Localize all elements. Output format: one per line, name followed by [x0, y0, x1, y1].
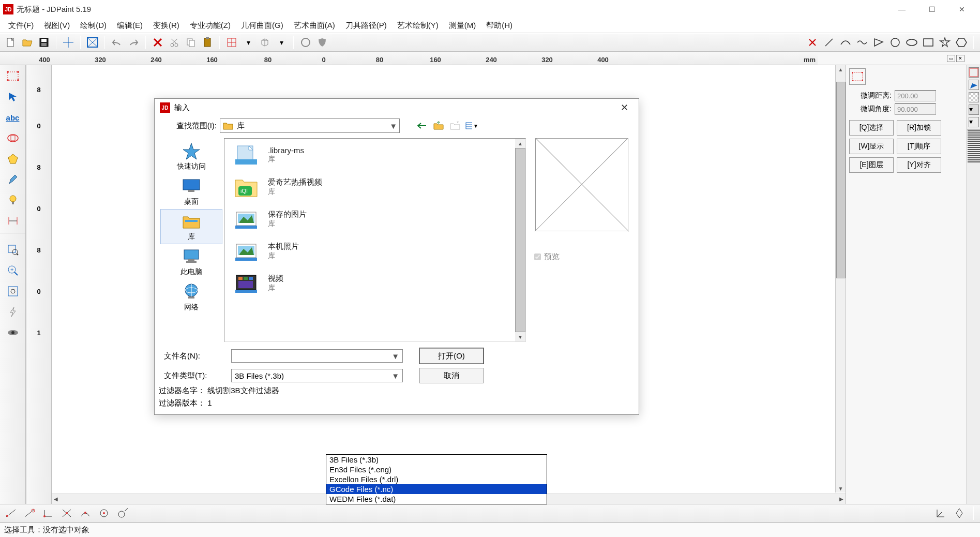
palette-icon-4[interactable]: ▾	[969, 105, 979, 115]
scroll-down-icon[interactable]: ▼	[836, 484, 846, 493]
triangle-icon[interactable]	[871, 35, 886, 50]
filelist-scrollbar[interactable]: ▲ ▼	[515, 139, 525, 341]
menu-help[interactable]: 帮助(H)	[482, 19, 517, 32]
close-button[interactable]: ✕	[947, 0, 977, 19]
btn-show[interactable]: [W]显示	[849, 139, 894, 154]
new-folder-icon[interactable]: *	[448, 120, 462, 132]
color-swatch[interactable]	[968, 137, 980, 138]
color-swatch[interactable]	[968, 157, 980, 158]
color-swatch[interactable]	[968, 149, 980, 150]
pentagon-tool-icon[interactable]	[4, 150, 22, 168]
line-icon[interactable]	[821, 35, 837, 50]
dropdown-icon[interactable]: ▾	[240, 35, 256, 50]
color-swatch[interactable]	[968, 147, 980, 148]
color-swatch[interactable]	[968, 153, 980, 154]
menu-surface[interactable]: 几何曲面(G)	[237, 19, 288, 32]
filetype-option[interactable]: En3d Files (*.eng)	[326, 465, 547, 474]
shield-icon[interactable]	[314, 35, 330, 50]
zoom-region-icon[interactable]	[4, 241, 22, 259]
menu-measure[interactable]: 测量(M)	[445, 19, 480, 32]
menu-toolpath[interactable]: 刀具路径(P)	[341, 19, 391, 32]
menu-artdraw[interactable]: 艺术绘制(Y)	[393, 19, 443, 32]
snap-arc-icon[interactable]	[78, 505, 93, 521]
dialog-close-button[interactable]: ✕	[615, 102, 634, 113]
scroll-left-icon[interactable]: ◀	[52, 495, 60, 504]
color-swatch[interactable]	[968, 159, 980, 160]
up-folder-icon[interactable]	[432, 120, 445, 132]
place-quick-access[interactable]: 快速访问	[160, 139, 222, 174]
panel-float-icon[interactable]: ▭	[947, 55, 955, 62]
color-swatch[interactable]	[968, 155, 980, 156]
file-item[interactable]: 视频库	[224, 267, 525, 299]
paste-icon[interactable]	[200, 35, 215, 50]
x-mark-icon[interactable]	[805, 35, 820, 50]
minimize-button[interactable]: —	[887, 0, 917, 19]
rectangle-icon[interactable]	[921, 35, 936, 50]
file-item[interactable]: iQI 爱奇艺热播视频库	[224, 171, 525, 203]
cube-icon[interactable]	[257, 35, 273, 50]
filetype-option[interactable]: GCode Files (*.nc)	[326, 484, 547, 494]
color-swatch[interactable]	[968, 132, 980, 133]
scroll-right-icon[interactable]: ▶	[837, 495, 846, 504]
color-swatch[interactable]	[968, 151, 980, 152]
color-swatch[interactable]	[968, 145, 980, 146]
palette-icon-1[interactable]	[969, 67, 979, 78]
btn-align[interactable]: [Y]对齐	[897, 157, 941, 173]
vertical-scrollbar[interactable]: ▲ ▼	[835, 65, 846, 493]
star-icon[interactable]	[937, 35, 953, 50]
scroll-thumb[interactable]	[836, 82, 846, 278]
snap-corner-icon[interactable]	[40, 505, 56, 521]
coord-icon-1[interactable]	[933, 505, 948, 521]
filetype-combo[interactable]: 3B Files (*.3b)▼	[231, 369, 403, 382]
filetype-option[interactable]: WEDM Files (*.dat)	[326, 494, 547, 504]
color-swatch[interactable]	[968, 130, 980, 131]
menu-transform[interactable]: 变换(R)	[149, 19, 184, 32]
place-this-pc[interactable]: 此电脑	[160, 244, 222, 279]
snap-center-icon[interactable]	[96, 505, 112, 521]
copy-icon[interactable]	[183, 35, 199, 50]
angle-input[interactable]	[895, 103, 936, 115]
menu-pro[interactable]: 专业功能(Z)	[186, 19, 235, 32]
filetype-dropdown[interactable]: 3B Files (*.3b) En3d Files (*.eng) Excel…	[326, 454, 547, 504]
color-swatch[interactable]	[968, 141, 980, 142]
redo-icon[interactable]	[126, 35, 141, 50]
ellipse-icon[interactable]	[904, 35, 919, 50]
place-library[interactable]: 库	[160, 209, 222, 244]
delete-icon[interactable]	[150, 35, 165, 50]
box-x-icon[interactable]	[85, 35, 100, 50]
dropdown2-icon[interactable]: ▾	[274, 35, 289, 50]
file-item[interactable]: 本机照片库	[224, 235, 525, 267]
scroll-up-icon[interactable]: ▲	[515, 139, 525, 148]
place-desktop[interactable]: 桌面	[160, 174, 222, 209]
scroll-down-icon[interactable]: ▼	[515, 332, 525, 341]
btn-select[interactable]: [Q]选择	[849, 120, 894, 136]
menu-edit[interactable]: 编辑(E)	[113, 19, 147, 32]
open-button[interactable]: 打开(O)	[419, 348, 484, 364]
divider-icon[interactable]	[4, 212, 22, 230]
snap-line-icon[interactable]	[3, 505, 19, 521]
grid-tool-icon[interactable]	[224, 35, 239, 50]
open-file-icon[interactable]	[20, 35, 35, 50]
view-menu-icon[interactable]: ▼	[465, 120, 478, 132]
zoom-in-icon[interactable]: +	[4, 262, 22, 279]
file-list[interactable]: .library-ms库 iQI 爱奇艺热播视频库 保存的图片库 本机照片库 视…	[224, 138, 526, 342]
palette-icon-2[interactable]	[969, 80, 979, 90]
zoom-fit-icon[interactable]	[4, 282, 22, 300]
circle-shape-icon[interactable]	[887, 35, 903, 50]
filetype-option[interactable]: Excellon Files (*.drl)	[326, 474, 547, 484]
pen-tool-icon[interactable]	[4, 171, 22, 188]
cut-icon[interactable]	[167, 35, 182, 50]
panel-select-icon[interactable]	[849, 68, 866, 85]
bulb-icon[interactable]	[4, 191, 22, 209]
back-icon[interactable]	[415, 120, 429, 132]
dist-input[interactable]	[895, 90, 936, 101]
snap-tangent-icon[interactable]	[115, 505, 130, 521]
new-file-icon[interactable]	[3, 35, 19, 50]
menu-draw[interactable]: 绘制(D)	[76, 19, 111, 32]
filetype-option[interactable]: 3B Files (*.3b)	[326, 455, 547, 465]
btn-layer[interactable]: [E]图层	[849, 157, 894, 173]
panel-close-icon[interactable]: ✕	[956, 55, 964, 62]
palette-icon-5[interactable]: ▾	[969, 117, 979, 127]
arrow-tool-icon[interactable]	[4, 88, 22, 106]
select-tool-icon[interactable]	[4, 67, 22, 85]
